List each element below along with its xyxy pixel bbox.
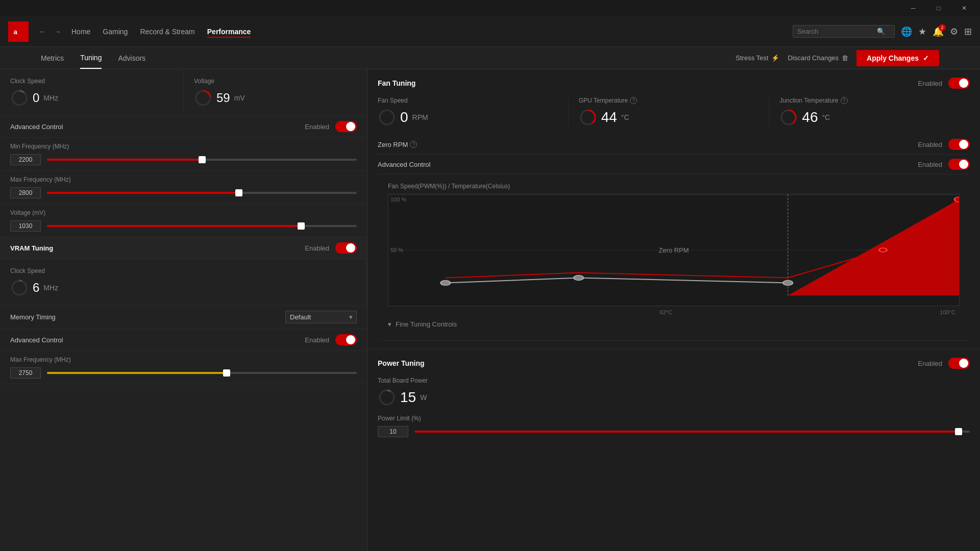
minimize-button[interactable]: ─ bbox=[901, 0, 925, 16]
voltage-mv-thumb[interactable] bbox=[298, 222, 305, 230]
junction-temp-value-row: 46 °C bbox=[779, 108, 970, 127]
gpu-temp-value-row: 44 °C bbox=[579, 108, 769, 127]
sub-nav-actions: Stress Test ⚡ Discard Changes 🗑 Apply Ch… bbox=[736, 50, 939, 66]
total-board-power-value-row: 15 W bbox=[378, 388, 970, 407]
fine-tuning-label: Fine Tuning Controls bbox=[396, 320, 457, 328]
fine-tuning-controls[interactable]: ▾ Fine Tuning Controls bbox=[388, 316, 960, 332]
apply-changes-button[interactable]: Apply Changes ✓ bbox=[856, 50, 939, 66]
forward-button[interactable]: → bbox=[52, 26, 63, 38]
svg-point-7 bbox=[380, 110, 394, 124]
vram-clock-block: Clock Speed 6 MHz bbox=[0, 259, 367, 306]
maximize-button[interactable]: □ bbox=[927, 0, 950, 16]
fan-chart[interactable]: 100 % 50 % Zero RPM bbox=[388, 194, 960, 306]
max-frequency-track[interactable] bbox=[47, 192, 357, 194]
vram-clock-gauge bbox=[10, 279, 29, 297]
clock-speed-label: Clock Speed bbox=[10, 78, 173, 85]
back-button[interactable]: ← bbox=[37, 26, 48, 38]
clock-speed-display: 0 MHz bbox=[10, 89, 173, 107]
search-icon: 🔍 bbox=[877, 28, 885, 35]
power-limit-slider-container: 10 bbox=[378, 426, 970, 437]
min-frequency-fill bbox=[47, 159, 202, 161]
discard-label: Discard Changes bbox=[788, 54, 839, 62]
min-frequency-label: Min Frequency (MHz) bbox=[10, 143, 357, 150]
notification-icon[interactable]: 🔔 2 bbox=[933, 26, 944, 37]
vram-title: VRAM Tuning bbox=[10, 244, 305, 252]
fan-speed-block: Fan Speed 0 RPM bbox=[378, 97, 568, 127]
voltage-mv-label: Voltage (mV) bbox=[10, 209, 357, 216]
fan-advanced-control-label: Advanced Control bbox=[378, 161, 918, 168]
nav-gaming[interactable]: Gaming bbox=[103, 26, 128, 38]
nav-record-stream[interactable]: Record & Stream bbox=[140, 26, 194, 38]
tab-metrics[interactable]: Metrics bbox=[41, 48, 64, 68]
power-tuning-toggle[interactable] bbox=[948, 358, 970, 369]
vram-advanced-control-toggle[interactable] bbox=[335, 334, 357, 345]
star-icon[interactable]: ★ bbox=[918, 26, 926, 37]
max-frequency-row: Max Frequency (MHz) 2800 bbox=[0, 171, 367, 204]
vram-max-frequency-value[interactable]: 2750 bbox=[10, 367, 41, 379]
min-frequency-value[interactable]: 2200 bbox=[10, 154, 41, 165]
close-button[interactable]: ✕ bbox=[952, 0, 976, 16]
memory-timing-dropdown-wrapper: Default Fast Faster Fastest ▾ bbox=[285, 311, 357, 323]
globe-icon[interactable]: 🌐 bbox=[901, 26, 912, 37]
vram-advanced-control-value: Enabled bbox=[305, 336, 329, 344]
vram-tuning-toggle[interactable] bbox=[335, 242, 357, 254]
total-board-power-gauge bbox=[378, 388, 396, 407]
search-box[interactable]: 🔍 bbox=[793, 25, 895, 38]
junction-temp-gauge bbox=[779, 108, 798, 127]
search-input[interactable] bbox=[797, 28, 874, 35]
fan-speed-gauge bbox=[378, 108, 396, 127]
zero-rpm-help-icon[interactable]: ? bbox=[410, 141, 417, 148]
chart-x-62-label: 62°C bbox=[659, 309, 672, 315]
chart-section: Fan Speed(PWM(%)) / Temperature(Celsius)… bbox=[378, 174, 970, 341]
main-content: Clock Speed 0 MHz Voltage bbox=[0, 69, 980, 551]
power-limit-track[interactable] bbox=[414, 431, 970, 433]
svg-point-17 bbox=[574, 276, 583, 281]
tab-advisors[interactable]: Advisors bbox=[118, 48, 145, 68]
svg-point-18 bbox=[783, 280, 793, 285]
voltage-value: 59 bbox=[216, 91, 230, 105]
svg-text:a: a bbox=[13, 28, 17, 35]
chart-y-100-label: 100 % bbox=[390, 196, 406, 203]
advanced-control-toggle[interactable] bbox=[335, 121, 357, 132]
nav-performance[interactable]: Performance bbox=[207, 26, 251, 38]
voltage-gauge bbox=[194, 89, 212, 107]
vram-clock-display: 6 MHz bbox=[10, 279, 356, 297]
zero-rpm-toggle[interactable] bbox=[948, 139, 970, 150]
vram-clock-unit: MHz bbox=[43, 284, 58, 292]
vram-max-frequency-thumb[interactable] bbox=[223, 369, 230, 377]
max-frequency-fill bbox=[47, 192, 239, 194]
amd-logo: a bbox=[8, 21, 29, 42]
voltage-mv-value[interactable]: 1030 bbox=[10, 220, 41, 232]
discard-changes-button[interactable]: Discard Changes 🗑 bbox=[788, 54, 848, 62]
max-frequency-value[interactable]: 2800 bbox=[10, 187, 41, 198]
zero-rpm-row: Zero RPM ? Enabled bbox=[378, 135, 970, 155]
memory-timing-select[interactable]: Default Fast Faster Fastest bbox=[285, 311, 357, 323]
max-frequency-thumb[interactable] bbox=[235, 189, 242, 196]
memory-timing-label: Memory Timing bbox=[10, 313, 285, 321]
vram-max-frequency-track[interactable] bbox=[47, 372, 357, 374]
gpu-temp-label: GPU Temperature ? bbox=[579, 97, 769, 104]
power-tuning-title: Power Tuning bbox=[378, 359, 918, 367]
fan-advanced-control-toggle[interactable] bbox=[948, 159, 970, 170]
settings-icon[interactable]: ⚙ bbox=[950, 26, 958, 37]
junction-temp-help-icon[interactable]: ? bbox=[841, 97, 848, 104]
max-frequency-slider-container: 2800 bbox=[10, 187, 357, 198]
nav-home[interactable]: Home bbox=[71, 26, 90, 38]
vram-clock-label: Clock Speed bbox=[10, 267, 356, 274]
power-limit-value[interactable]: 10 bbox=[378, 426, 408, 437]
power-limit-thumb[interactable] bbox=[955, 428, 962, 435]
tab-tuning[interactable]: Tuning bbox=[80, 47, 102, 69]
min-frequency-track[interactable] bbox=[47, 159, 357, 161]
power-limit-fill bbox=[414, 431, 959, 433]
vram-header: VRAM Tuning Enabled bbox=[0, 237, 367, 259]
nav-bar: a ← → Home Gaming Record & Stream Perfor… bbox=[0, 16, 980, 47]
svg-point-16 bbox=[440, 280, 450, 285]
stress-test-button[interactable]: Stress Test ⚡ bbox=[736, 54, 779, 62]
title-bar: ─ □ ✕ bbox=[0, 0, 980, 16]
fan-tuning-toggle[interactable] bbox=[948, 78, 970, 89]
grid-icon[interactable]: ⊞ bbox=[964, 26, 972, 37]
voltage-mv-track[interactable] bbox=[47, 225, 357, 227]
zero-rpm-enabled-label: Enabled bbox=[918, 141, 942, 148]
min-frequency-thumb[interactable] bbox=[199, 156, 206, 163]
gpu-temp-help-icon[interactable]: ? bbox=[630, 97, 637, 104]
